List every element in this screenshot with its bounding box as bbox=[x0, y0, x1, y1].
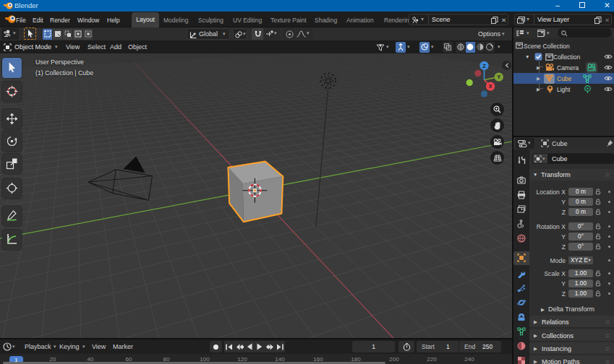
svg-text:X: X bbox=[489, 83, 493, 90]
svg-text:Z: Z bbox=[482, 63, 486, 69]
svg-text:Y: Y bbox=[497, 74, 500, 80]
svg-text:CN: CN bbox=[589, 68, 594, 72]
